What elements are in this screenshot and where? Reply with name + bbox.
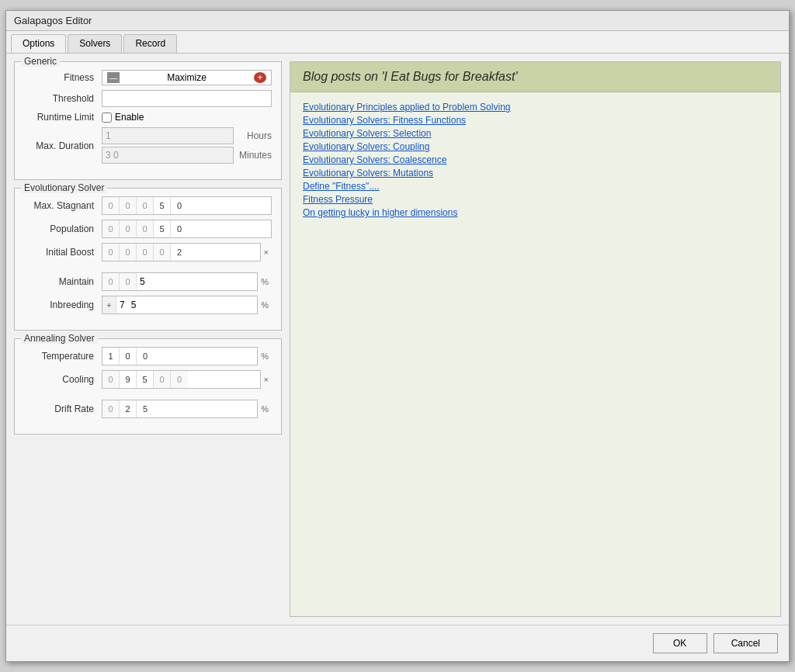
population-input[interactable]: 0 0 0 5 0 [102,220,272,238]
tab-solvers[interactable]: Solvers [68,34,122,53]
annealing-label: Annealing Solver [21,333,98,344]
hours-unit: Hours [237,130,272,141]
blog-links: Evolutionary Principles applied to Probl… [290,92,780,227]
maintain-label: Maintain [24,276,102,287]
maint-cell-1: 0 [120,273,137,290]
maintain-row: Maintain 0 0 5 % [24,272,272,291]
minutes-unit: Minutes [237,150,272,161]
evolutionary-label: Evolutionary Solver [21,182,107,193]
fitness-label: Fitness [24,72,102,83]
pop-cell-3: 5 [154,220,171,237]
cool-cell-2: 5 [137,371,154,388]
tab-options[interactable]: Options [11,34,66,53]
max-stagnant-label: Max. Stagnant [24,200,102,211]
maint-cell-0: 0 [102,273,120,290]
pop-cell-1: 0 [120,220,137,237]
inbreeding-label: Inbreeding [24,300,102,310]
ib-cell-1: 0 [120,244,137,261]
annealing-group: Annealing Solver Temperature 1 0 0 % Coo… [14,338,282,435]
blog-link-6[interactable]: Define "Fitness".... [303,181,768,192]
ok-button[interactable]: OK [653,633,707,653]
cooling-suffix: × [261,375,272,384]
blog-link-0[interactable]: Evolutionary Principles applied to Probl… [303,102,768,113]
ib-cell-0: 0 [102,244,120,261]
drift-cell-2: 5 [137,400,154,417]
inb-val-0: 7 [116,300,128,310]
inbreeding-toggle[interactable]: + [102,296,116,313]
maintain-input[interactable]: 0 0 5 [102,272,258,291]
ms-cell-2: 0 [137,197,154,214]
inbreeding-row: Inbreeding + 7 5 % [24,296,272,314]
temperature-input[interactable]: 1 0 0 [102,347,258,365]
cooling-row: Cooling 0 9 5 0 0 × [24,370,272,389]
ib-suffix: × [261,248,272,257]
temperature-row: Temperature 1 0 0 % [24,347,272,365]
drift-suffix: % [258,404,272,414]
threshold-input[interactable] [102,90,272,107]
fitness-plus-button[interactable]: + [254,72,266,83]
generic-group: Generic Fitness — Maximize + Threshold [14,61,282,180]
content-area: Generic Fitness — Maximize + Threshold [6,54,789,625]
population-row: Population 0 0 0 5 0 [24,220,272,238]
hours-input[interactable] [102,127,234,144]
max-duration-label: Max. Duration [24,140,102,151]
cancel-button[interactable]: Cancel [713,633,778,653]
fitness-minus-button[interactable]: — [107,72,120,83]
blog-link-8[interactable]: On getting lucky in higher dimensions [303,207,768,218]
drift-input[interactable]: 0 2 5 [102,400,258,418]
generic-label: Generic [21,56,60,67]
fitness-row: Fitness — Maximize + [24,70,272,85]
runtime-enable-checkbox[interactable] [102,113,112,123]
runtime-enable-text: Enable [115,112,144,123]
runtime-enable-label: Enable [102,112,144,123]
right-panel: Blog posts on 'I Eat Bugs for Breakfast'… [290,61,781,617]
max-stagnant-input[interactable]: 0 0 0 5 0 [102,196,272,215]
blog-link-1[interactable]: Evolutionary Solvers: Fitness Functions [303,115,768,126]
ib-cell-4: 2 [171,244,188,261]
runtime-row: Runtime Limit Enable [24,112,272,123]
inbreeding-suffix: % [258,300,272,310]
blog-link-7[interactable]: Fitness Pressure [303,194,768,205]
window-title: Galapagos Editor [14,15,92,26]
temp-cell-1: 0 [120,348,137,365]
threshold-row: Threshold [24,90,272,107]
pop-cell-2: 0 [137,220,154,237]
title-bar: Galapagos Editor [6,11,789,31]
maint-val: 5 [137,276,257,287]
temp-cell-2: 0 [137,348,154,365]
inb-val-1: 5 [128,300,258,310]
ib-cell-3: 0 [154,244,171,261]
main-window: Galapagos Editor Options Solvers Record … [5,10,790,662]
cooling-label: Cooling [24,374,102,385]
minutes-input[interactable] [102,147,234,164]
ms-cell-4: 0 [171,197,188,214]
cool-cell-3: 0 [154,371,171,388]
initial-boost-input[interactable]: 0 0 0 0 2 [102,243,261,262]
ms-cell-1: 0 [120,197,137,214]
initial-boost-row: Initial Boost 0 0 0 0 2 × [24,243,272,262]
cool-cell-1: 9 [120,371,137,388]
blog-link-4[interactable]: Evolutionary Solvers: Coalescence [303,154,768,165]
blog-link-2[interactable]: Evolutionary Solvers: Selection [303,128,768,139]
footer: OK Cancel [6,625,789,661]
blog-link-5[interactable]: Evolutionary Solvers: Mutations [303,168,768,178]
threshold-label: Threshold [24,93,102,104]
duration-inputs: Hours Minutes [102,127,272,164]
cooling-input[interactable]: 0 9 5 0 0 [102,370,261,389]
drift-label: Drift Rate [24,404,102,414]
blog-header: Blog posts on 'I Eat Bugs for Breakfast' [290,62,780,92]
evolutionary-group: Evolutionary Solver Max. Stagnant 0 0 0 … [14,188,282,331]
tab-record[interactable]: Record [123,34,177,53]
left-panel: Generic Fitness — Maximize + Threshold [14,61,282,617]
maintain-suffix: % [258,277,272,286]
initial-boost-label: Initial Boost [24,247,102,258]
fitness-value: Maximize [124,72,249,83]
blog-link-3[interactable]: Evolutionary Solvers: Coupling [303,141,768,152]
pop-cell-4: 0 [171,220,188,237]
max-stagnant-row: Max. Stagnant 0 0 0 5 0 [24,196,272,215]
ms-cell-3: 5 [154,197,171,214]
drift-cell-1: 2 [120,400,137,417]
temp-cell-0: 1 [102,348,120,365]
minutes-row: Minutes [102,147,272,164]
inbreeding-input[interactable]: + 7 5 [102,296,258,314]
